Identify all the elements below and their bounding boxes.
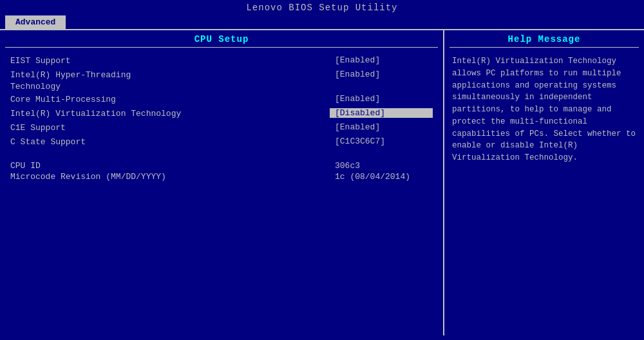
help-title: Help Message xyxy=(444,30,644,47)
info-value-cpuid: 306c3 xyxy=(330,161,433,171)
cpu-setup-title: CPU Setup xyxy=(0,30,443,47)
main-content: CPU Setup EIST Support [Enabled] Intel(R… xyxy=(0,29,644,335)
setting-value-eist: [Enabled] xyxy=(330,55,433,65)
info-name-cpuid: CPU ID xyxy=(10,161,41,171)
info-row-microcode: Microcode Revision (MM/DD/YYYY) 1c (08/0… xyxy=(10,172,433,182)
top-bar: Lenovo BIOS Setup Utility xyxy=(0,0,644,14)
spacer xyxy=(10,151,433,161)
tab-bar: Advanced xyxy=(0,15,644,29)
setting-value-ht: [Enabled] xyxy=(330,70,433,79)
table-row[interactable]: C1E Support [Enabled] xyxy=(10,122,433,135)
setting-name-cstate: C State Support xyxy=(10,137,330,148)
info-value-microcode: 1c (08/04/2014) xyxy=(330,172,433,182)
setting-name-cmp: Core Multi-Processing xyxy=(10,94,330,106)
setting-value-vt: [Disabled] xyxy=(330,108,433,118)
table-row[interactable]: C State Support [C1C3C6C7] xyxy=(10,137,433,149)
help-text: Intel(R) Virtualization Technology allow… xyxy=(444,53,644,167)
setting-value-cmp: [Enabled] xyxy=(330,94,433,104)
tab-advanced[interactable]: Advanced xyxy=(5,15,66,29)
setting-name-eist: EIST Support xyxy=(10,55,330,67)
table-row[interactable]: Intel(R) Virtualization Technology [Disa… xyxy=(10,108,433,121)
setting-name-c1e: C1E Support xyxy=(10,122,330,134)
table-row[interactable]: EIST Support [Enabled] xyxy=(10,55,433,68)
right-panel: Help Message Intel(R) Virtualization Tec… xyxy=(444,30,644,335)
app-title: Lenovo BIOS Setup Utility xyxy=(246,3,397,13)
left-panel: CPU Setup EIST Support [Enabled] Intel(R… xyxy=(0,30,444,335)
right-divider xyxy=(450,47,639,48)
info-name-microcode: Microcode Revision (MM/DD/YYYY) xyxy=(10,172,166,182)
setting-value-cstate: [C1C3C6C7] xyxy=(330,137,433,146)
setting-value-c1e: [Enabled] xyxy=(330,122,433,132)
table-row[interactable]: Core Multi-Processing [Enabled] xyxy=(10,94,433,107)
table-row[interactable]: Intel(R) Hyper-ThreadingTechnology [Enab… xyxy=(10,70,433,93)
left-divider xyxy=(5,47,438,48)
setting-name-ht: Intel(R) Hyper-ThreadingTechnology xyxy=(10,70,330,93)
info-row-cpuid: CPU ID 306c3 xyxy=(10,161,433,171)
settings-list: EIST Support [Enabled] Intel(R) Hyper-Th… xyxy=(0,53,443,335)
setting-name-vt: Intel(R) Virtualization Technology xyxy=(10,108,330,120)
